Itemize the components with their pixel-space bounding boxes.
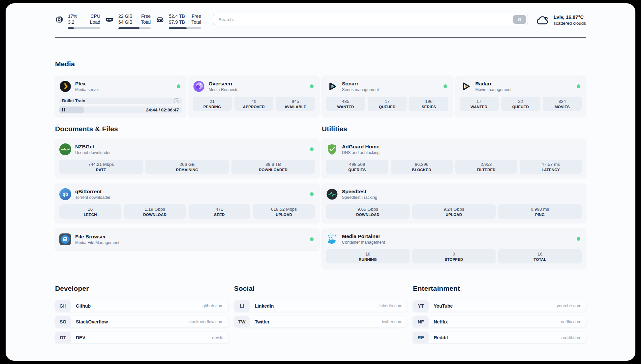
app-name: Radarr [475,81,577,87]
stat-download: 9.65 Gbps DOWNLOAD [326,204,410,219]
memory-total-value: 64 GiB [118,19,133,25]
stat-leech: 16 LEECH [59,204,121,219]
status-dot [310,192,314,196]
search-input[interactable] [218,17,513,22]
app-desc: Media File Management [75,240,310,245]
stat-seed: 471 SEED [189,204,251,219]
search-bar: G [213,14,528,25]
link-url: netflix.com [561,319,581,324]
speedtest-icon [326,188,338,200]
link-name: DEV [76,335,212,340]
documents-column: Documents & Files nzbget NZBGet Usenet d… [55,125,319,269]
section-title-media: Media [55,60,586,68]
utilities-column: Utilities AdGuard Home DNS and adblockin… [322,125,586,269]
pause-icon[interactable] [62,108,65,111]
link-netflix[interactable]: NF Netflix netflix.com [413,316,586,327]
link-name: Reddit [434,335,561,340]
app-desc: Media server [75,87,177,92]
app-card-overseerr[interactable]: Overseerr Media Requests 21 PENDING 40 A… [189,76,320,117]
app-desc: DNS and adblocking [342,150,582,155]
app-card-sonarr[interactable]: Sonarr Series management 485 WANTED 17 Q… [322,76,453,117]
link-name: LinkedIn [255,303,379,309]
link-name: Twitter [255,319,382,324]
stat-rate: 744.21 Mbps RATE [59,160,143,174]
weather-location-temp: Lviv, 16.87°C [554,14,586,20]
stat-total: 16 TOTAL [498,249,582,263]
stat-upload: 618.52 Mbps UPLOAD [253,204,315,219]
section-title-social: Social [234,285,407,292]
app-card-plex[interactable]: Plex Media server Bullet Train 24:44 / 0… [55,76,186,117]
radarr-icon [460,80,472,92]
disk-drive-icon [156,15,164,24]
stat-downloaded: 39.6 TB DOWNLOADED [231,160,315,174]
link-github[interactable]: GH Github github.com [55,300,228,312]
link-url: stackoverflow.com [188,319,223,324]
link-dev[interactable]: DT DEV dev.to [55,332,228,343]
weather-widget: Lviv, 16.87°C scattered clouds [536,14,586,26]
status-dot [577,84,580,88]
social-column: Social LI LinkedIn linkedin.com TW Twitt… [234,285,407,343]
link-reddit[interactable]: RE Reddit reddit.com [413,332,586,343]
stat-running: 16 RUNNING [326,249,410,263]
app-card-qbittorrent[interactable]: qb qBittorrent Torrent downloader 16 [55,184,319,223]
search-engine-button[interactable]: G [513,15,526,24]
stat-latency: 47.57 ms LATENCY [520,160,582,174]
adguard-icon [326,143,338,155]
app-card-filebrowser[interactable]: File Browser Media File Management [55,228,319,250]
stat-wanted: 17 WANTED [460,97,499,111]
top-bar: 17% 3.2 CPU Load [6,3,635,29]
entertainment-column: Entertainment YT YouTube youtube.com NF … [413,285,586,343]
stat-blocked: 86,396 BLOCKED [391,160,453,174]
disk-progress-bar [169,27,201,29]
memory-progress-bar [118,27,151,29]
section-title-developer: Developer [55,285,228,292]
link-name: Netflix [434,319,561,324]
memory-free-label: Free [141,13,151,19]
stat-movies: 834 MOVIES [543,97,582,111]
link-url: dev.to [212,335,223,340]
app-desc: Usenet downloader [75,150,310,155]
stat-series: 196 SERIES [409,97,448,111]
cpu-metric: 17% 3.2 CPU Load [55,13,100,29]
app-name: AdGuard Home [342,144,582,150]
status-dot [310,147,314,151]
status-dot [310,237,314,241]
weather-condition: scattered clouds [554,20,586,26]
disk-free-label: Free [191,13,201,19]
stat-ping: 0.993 ms PING [498,204,582,219]
disk-total-label: Total [191,19,201,25]
app-card-adguard[interactable]: AdGuard Home DNS and adblocking 498,508 … [322,139,586,178]
stat-upload: 9.24 Gbps UPLOAD [412,204,496,219]
stat-queued: 22 QUEUED [501,97,540,111]
app-card-radarr[interactable]: Radarr Movie management 17 WANTED 22 QUE… [455,76,586,117]
qbittorrent-icon: qb [59,188,71,200]
link-stackoverflow[interactable]: SO StackOverflow stackoverflow.com [55,316,228,327]
section-title-documents: Documents & Files [55,125,319,133]
disk-free-value: 52.4 TB [169,13,185,19]
cast-icon [174,98,179,103]
app-desc: Container management [342,240,577,245]
status-dot [177,84,180,88]
stat-filtered: 2,953 FILTERED [455,160,517,174]
now-playing-row: Bullet Train [59,98,182,104]
app-card-speedtest[interactable]: Speedtest Speedtest Tracking 9.65 Gbps D… [322,184,586,223]
cpu-chip-icon [55,15,63,24]
link-url: linkedin.com [379,303,402,308]
section-title-utilities: Utilities [322,125,586,133]
stat-remaining: 266 GB REMAINING [145,160,229,174]
link-badge: TW [234,316,250,327]
link-youtube[interactable]: YT YouTube youtube.com [413,300,586,312]
disk-metric: 52.4 TB 97.9 TB Free Total [156,13,201,29]
app-card-nzbget[interactable]: nzbget NZBGet Usenet downloader 744.21 M… [55,139,319,178]
link-linkedin[interactable]: LI LinkedIn linkedin.com [234,300,407,312]
stat-queued: 17 QUEUED [368,97,407,111]
portainer-icon [326,233,338,245]
link-badge: DT [55,332,71,343]
stat-pending: 21 PENDING [193,97,232,111]
link-twitter[interactable]: TW Twitter twitter.com [234,316,407,327]
media-grid: Plex Media server Bullet Train 24:44 / 0… [55,76,586,117]
memory-free-value: 22 GiB [118,13,133,19]
link-badge: GH [55,300,71,312]
app-card-portainer[interactable]: Media Portainer Container management 16 … [322,228,586,269]
app-name: Sonarr [342,81,443,87]
